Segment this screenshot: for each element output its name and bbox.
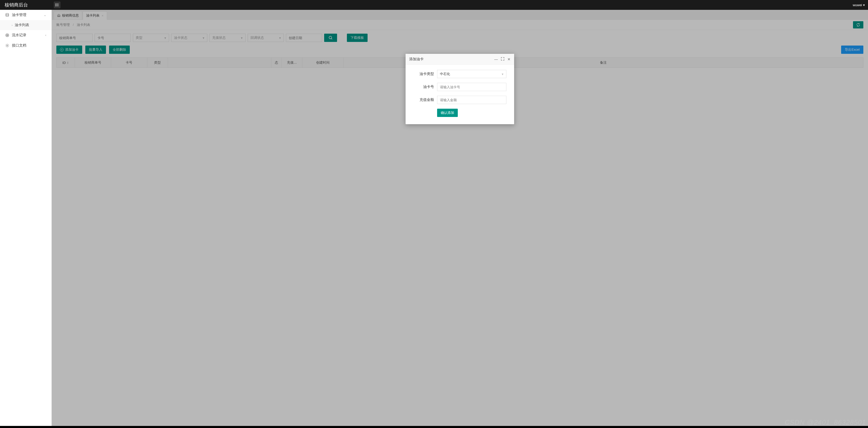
sidebar-item-api-docs[interactable]: 接口文档 [0, 40, 52, 51]
maximize-icon[interactable] [501, 57, 504, 61]
svg-point-4 [55, 5, 56, 5]
header: 核销商后台 wuwei ▾ [0, 0, 868, 10]
list-icon [55, 3, 59, 6]
svg-point-9 [7, 35, 7, 35]
sidebar-item-label: 接口文档 [12, 43, 26, 48]
main-content: 核销商信息 油卡列表 × 账号管理 / 油卡列表 类型▾ 油卡状态▾ 充值状态▾… [52, 10, 868, 426]
gear-icon [5, 44, 9, 48]
svg-point-10 [7, 45, 8, 46]
add-card-dialog: 添加油卡 — ✕ 油卡类型 中石化▾ 油卡号 [406, 54, 514, 124]
confirm-add-button[interactable]: 确认添加 [437, 109, 458, 117]
amount-field[interactable] [437, 96, 506, 104]
chevron-left-icon: ‹ [45, 33, 46, 37]
sidebar-toggle[interactable] [54, 2, 61, 8]
sidebar-item-oil-card-mgmt[interactable]: 油卡管理 ⌄ [0, 10, 52, 20]
svg-point-6 [6, 13, 9, 15]
target-icon [5, 33, 9, 37]
sidebar-item-label: 油卡管理 [12, 13, 26, 17]
dialog-title: 添加油卡 [409, 57, 424, 62]
user-name: wuwei [853, 3, 862, 7]
dialog-header[interactable]: 添加油卡 — ✕ [406, 54, 514, 65]
sidebar-subitem-oil-card-list[interactable]: › 油卡列表 [0, 20, 52, 30]
chevron-down-icon: ⌄ [44, 13, 46, 17]
app-title: 核销商后台 [0, 2, 52, 8]
caret-down-icon: ▾ [502, 72, 503, 76]
svg-point-3 [55, 4, 56, 4]
sidebar: 油卡管理 ⌄ › 油卡列表 流水记录 ‹ 接口文档 [0, 10, 52, 426]
card-no-label: 油卡号 [413, 85, 434, 89]
close-icon[interactable]: ✕ [507, 57, 510, 61]
card-type-select[interactable]: 中石化▾ [437, 70, 506, 78]
sidebar-item-label: 流水记录 [12, 33, 26, 37]
caret-down-icon: ▾ [863, 3, 865, 7]
amount-label: 充值金额 [413, 97, 434, 102]
minimize-icon[interactable]: — [494, 57, 498, 61]
type-label: 油卡类型 [413, 72, 434, 76]
sidebar-item-flow-record[interactable]: 流水记录 ‹ [0, 30, 52, 40]
chevron-right-icon: › [12, 24, 13, 27]
database-icon [5, 13, 9, 17]
sidebar-item-label: 油卡列表 [15, 23, 29, 27]
svg-point-5 [55, 6, 56, 6]
card-no-field[interactable] [437, 83, 506, 91]
user-menu[interactable]: wuwei ▾ [853, 3, 865, 7]
modal-overlay[interactable]: 添加油卡 — ✕ 油卡类型 中石化▾ 油卡号 [52, 10, 868, 426]
